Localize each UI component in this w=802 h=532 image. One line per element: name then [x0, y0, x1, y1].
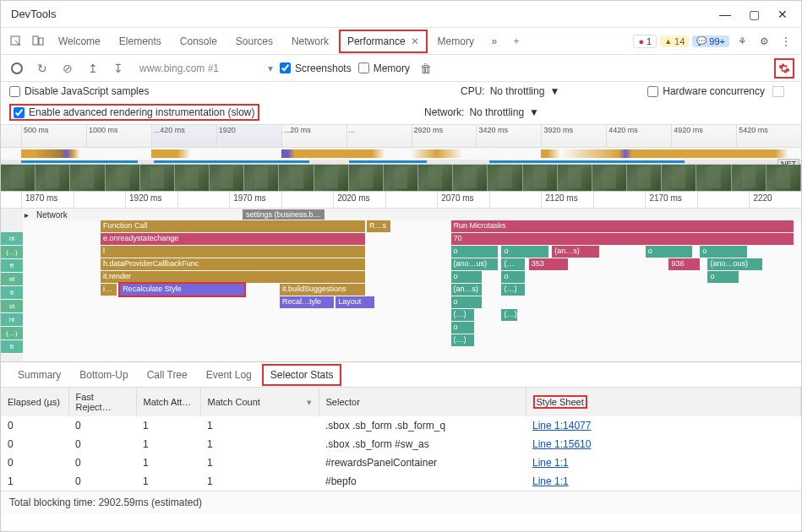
network-dropdown-icon[interactable]: ▼: [529, 106, 539, 118]
overview-ruler[interactable]: 500 ms 1000 ms ...420 ms 1920 ...20 ms .…: [1, 124, 801, 148]
disable-js-checkbox[interactable]: Disable JavaScript samples: [9, 85, 149, 97]
table-row[interactable]: 1011#bepfoLine 1:1: [1, 472, 801, 491]
device-icon[interactable]: [28, 31, 48, 52]
capture-settings-button[interactable]: [774, 58, 794, 79]
tab-event-log[interactable]: Event Log: [198, 364, 260, 386]
more-tabs-icon[interactable]: »: [484, 31, 505, 52]
selector-stats-table: Elapsed (µs) Fast Reject… Match Att… Mat…: [1, 388, 801, 491]
window-title: DevTools: [8, 8, 718, 20]
network-throttle-select[interactable]: No throttling: [469, 106, 524, 118]
flame-chart[interactable]: ht (…) ft et fi st ht (…) ft ▸ Network s…: [1, 209, 801, 362]
add-tab-icon[interactable]: ＋: [506, 31, 526, 52]
tab-selector-stats[interactable]: Selector Stats: [262, 364, 342, 386]
screenshots-checkbox[interactable]: Screenshots: [280, 62, 352, 74]
overview-cpu[interactable]: CPU: [1, 148, 801, 160]
col-fast-reject[interactable]: Fast Reject…: [68, 388, 136, 416]
tab-bottom-up[interactable]: Bottom-Up: [71, 364, 136, 386]
tab-summary[interactable]: Summary: [9, 364, 69, 386]
message-badge[interactable]: 99+: [692, 35, 729, 47]
hc-input[interactable]: [772, 86, 784, 97]
zoom-ruler[interactable]: 1870 ms 1920 ms 1970 ms 2020 ms 2070 ms …: [1, 192, 801, 209]
feedback-icon[interactable]: ⚘: [732, 31, 752, 52]
col-match-att[interactable]: Match Att…: [136, 388, 200, 416]
stylesheet-link[interactable]: Line 1:15610: [532, 438, 591, 450]
options-row-2: Enable advanced rendering instrumentatio…: [1, 100, 801, 124]
stylesheet-link[interactable]: Line 1:14077: [532, 420, 591, 432]
titlebar: DevTools — ▢ ✕: [1, 1, 801, 28]
performance-toolbar: ↻ ⊘ ↥ ↧ www.bing.com #1 ▾ Screenshots Me…: [1, 55, 801, 82]
table-row[interactable]: 0011.sbox .sb_form #sw_asLine 1:15610: [1, 435, 801, 453]
options-row-1: Disable JavaScript samples CPU: No throt…: [1, 82, 801, 100]
col-style-sheet[interactable]: Style Sheet: [526, 388, 801, 416]
network-track[interactable]: ▸ Network settings (business.b…: [23, 209, 801, 220]
more-icon[interactable]: ⋮: [776, 31, 796, 52]
flame-run-microtasks[interactable]: Run Microtasks: [451, 220, 794, 232]
warning-badge[interactable]: 14: [660, 35, 689, 47]
tab-welcome[interactable]: Welcome: [50, 30, 109, 53]
tab-network[interactable]: Network: [283, 30, 337, 53]
task-settings[interactable]: settings (business.b…: [243, 209, 325, 220]
flame-side-labels: ht (…) ft et fi st ht (…) ft: [1, 209, 23, 361]
tab-memory[interactable]: Memory: [429, 30, 483, 53]
tab-console[interactable]: Console: [172, 30, 226, 53]
flame-function-call[interactable]: Function Call: [101, 220, 365, 232]
cpu-dropdown-icon[interactable]: ▼: [549, 85, 559, 97]
close-tab-icon[interactable]: ✕: [411, 35, 419, 47]
network-throttling: Network: No throttling ▼: [424, 106, 539, 118]
flame-main[interactable]: ▸ Network settings (business.b… Function…: [23, 209, 801, 361]
col-elapsed[interactable]: Elapsed (µs): [1, 388, 68, 416]
inspect-icon[interactable]: [6, 31, 26, 52]
detail-tabs: Summary Bottom-Up Call Tree Event Log Se…: [1, 362, 801, 388]
svg-rect-1: [33, 36, 38, 45]
upload-button[interactable]: ↥: [84, 59, 102, 78]
tab-performance[interactable]: Performance ✕: [339, 30, 428, 53]
col-match-count[interactable]: Match Count ▾: [200, 388, 319, 416]
advanced-rendering-checkbox[interactable]: Enable advanced rendering instrumentatio…: [9, 104, 259, 121]
flame-recalculate-style[interactable]: Recalculate Style: [120, 284, 244, 296]
tab-call-tree[interactable]: Call Tree: [139, 364, 196, 386]
cpu-throttle-select[interactable]: No throttling: [490, 85, 545, 97]
stylesheet-link[interactable]: Line 1:1: [532, 475, 569, 487]
table-row[interactable]: 0011.sbox .sb_form .sb_form_qLine 1:1407…: [1, 416, 801, 435]
tab-elements[interactable]: Elements: [111, 30, 170, 53]
trash-icon[interactable]: 🗑: [417, 59, 435, 78]
window-controls: — ▢ ✕: [718, 8, 794, 21]
recording-url[interactable]: www.bing.com #1: [134, 62, 261, 74]
settings-icon[interactable]: ⚙: [754, 31, 774, 52]
filmstrip-thumb: [1, 165, 35, 191]
close-button[interactable]: ✕: [776, 8, 789, 21]
tab-sources[interactable]: Sources: [227, 30, 281, 53]
reload-button[interactable]: ↻: [33, 59, 52, 78]
table-row[interactable]: 0011#rewardsPanelContainerLine 1:1: [1, 453, 801, 472]
download-button[interactable]: ↧: [109, 59, 128, 78]
memory-checkbox[interactable]: Memory: [358, 62, 410, 74]
record-button[interactable]: [8, 59, 26, 78]
stylesheet-link[interactable]: Line 1:1: [532, 457, 569, 469]
filmstrip[interactable]: [1, 165, 801, 192]
minimize-button[interactable]: —: [718, 8, 732, 21]
col-selector[interactable]: Selector: [319, 388, 526, 416]
error-badge[interactable]: 1: [633, 35, 657, 48]
footer-blocking-time: Total blocking time: 2902.59ms (estimate…: [1, 491, 801, 513]
hardware-concurrency-checkbox[interactable]: Hardware concurrency: [647, 85, 784, 97]
clear-button[interactable]: ⊘: [58, 59, 77, 78]
expand-icon[interactable]: ▸: [25, 210, 33, 220]
main-toolbar: Welcome Elements Console Sources Network…: [1, 28, 801, 55]
cpu-throttling: CPU: No throttling ▼: [461, 85, 559, 97]
tab-performance-label: Performance: [347, 35, 406, 47]
svg-rect-2: [39, 38, 43, 45]
maximize-button[interactable]: ▢: [747, 8, 761, 21]
